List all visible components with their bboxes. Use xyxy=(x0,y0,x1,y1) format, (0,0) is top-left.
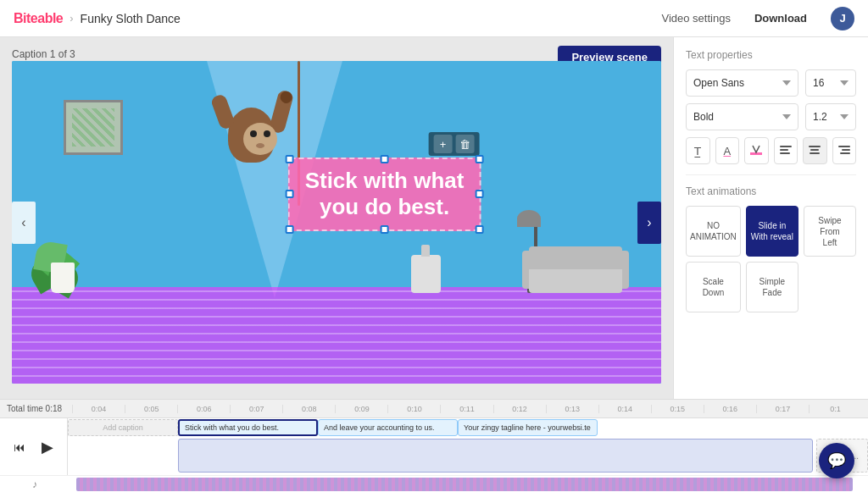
text-overlay[interactable]: + 🗑 Stick with what you do best. xyxy=(288,158,481,230)
font-select[interactable]: Open Sans Arial Roboto xyxy=(686,69,798,97)
skip-back-icon: ⏮ xyxy=(14,440,25,454)
play-button[interactable]: ▶ xyxy=(37,436,59,458)
download-button[interactable]: Download xyxy=(748,8,814,28)
handle-right-mid[interactable] xyxy=(475,190,483,198)
handle-bottom-right[interactable] xyxy=(475,225,483,234)
timeline-controls: ⏮ ▶ xyxy=(0,418,68,475)
lamp-head xyxy=(517,210,541,227)
font-weight-select[interactable]: Bold Regular Italic xyxy=(686,103,798,130)
font-size-row: Open Sans Arial Roboto 16 12 14 18 xyxy=(686,69,856,97)
add-caption-button[interactable]: Add caption xyxy=(68,419,178,436)
align-center-button[interactable] xyxy=(803,137,827,164)
arrow-right-icon: › xyxy=(647,215,651,230)
align-right-icon xyxy=(838,144,850,158)
ruler-mark: 0:06 xyxy=(177,405,230,413)
chat-icon: 💬 xyxy=(827,451,846,470)
caption-text-3: Your zingy tagline here - yourwebsi.te xyxy=(464,423,591,432)
text-animations-label: Text animations xyxy=(686,185,856,197)
animations-grid: NOANIMATION Slide inWith reveal SwipeFro… xyxy=(686,206,856,312)
animation-scale-down[interactable]: ScaleDown xyxy=(686,262,741,312)
ruler-mark: 0:05 xyxy=(125,405,177,413)
ruler-mark: 0:07 xyxy=(230,405,282,413)
line-height-select[interactable]: 1.2 1.0 1.4 1.6 xyxy=(805,103,856,130)
video-track-row: Add sc... xyxy=(68,437,868,474)
svg-rect-6 xyxy=(810,152,820,154)
canvas-wrapper: + 🗑 Stick with what you do best. xyxy=(12,61,661,384)
play-icon: ▶ xyxy=(42,438,53,456)
overlay-text-content: Stick with what you do best. xyxy=(305,168,465,220)
animation-slide-reveal-label: Slide inWith reveal xyxy=(751,220,793,242)
text-properties-label: Text properties xyxy=(686,49,856,61)
music-icon: ♪ xyxy=(32,478,37,490)
scene-background: + 🗑 Stick with what you do best. xyxy=(12,61,661,384)
picture-frame xyxy=(64,100,123,155)
align-left-button[interactable] xyxy=(774,137,798,164)
couch-seat xyxy=(529,269,622,293)
handle-bottom-mid[interactable] xyxy=(381,225,389,234)
main-layout: Caption 1 of 3 Preview scene xyxy=(0,37,868,399)
ruler-mark: 0:17 xyxy=(756,405,809,413)
video-settings-link[interactable]: Video settings xyxy=(661,12,730,25)
ruler-mark: 0:1 xyxy=(809,405,861,413)
canvas-area: Caption 1 of 3 Preview scene xyxy=(0,37,673,399)
text-color-button[interactable]: A xyxy=(715,137,740,164)
ruler-mark: 0:11 xyxy=(440,405,492,413)
caption-text-1: Stick with what you do best. xyxy=(185,423,279,432)
couch-back xyxy=(529,246,622,272)
sloth xyxy=(220,86,287,171)
handle-top-left[interactable] xyxy=(286,155,294,163)
prev-scene-button[interactable]: ‹ xyxy=(12,202,36,244)
ruler-mark: 0:09 xyxy=(335,405,387,413)
handle-top-right[interactable] xyxy=(475,155,483,163)
skip-back-button[interactable]: ⏮ xyxy=(8,436,31,458)
project-title: Funky Sloth Dance xyxy=(81,12,181,25)
animation-swipe-left[interactable]: SwipeFromLeft xyxy=(804,206,856,257)
right-panel: Text properties Open Sans Arial Roboto 1… xyxy=(673,37,868,399)
caption-block-3[interactable]: Your zingy tagline here - yourwebsi.te xyxy=(458,419,598,436)
animation-simple-fade[interactable]: SimpleFade xyxy=(746,262,798,312)
breadcrumb-chevron: › xyxy=(70,12,73,25)
caption-row: Add caption Stick with what you do best.… xyxy=(68,418,868,437)
text-toolbar: + 🗑 xyxy=(428,132,479,156)
align-center-icon xyxy=(809,144,821,158)
humidifier xyxy=(411,255,441,293)
handle-bottom-left[interactable] xyxy=(286,225,294,234)
animation-scale-down-label: ScaleDown xyxy=(703,276,725,298)
animation-none-label: NOANIMATION xyxy=(690,220,737,242)
ruler-mark: 0:15 xyxy=(651,405,704,413)
add-text-button[interactable]: + xyxy=(433,135,452,153)
handle-top-mid[interactable] xyxy=(381,155,389,163)
animation-slide-in-reveal[interactable]: Slide inWith reveal xyxy=(746,206,798,257)
chat-bubble[interactable]: 💬 xyxy=(819,443,854,478)
animation-simple-fade-label: SimpleFade xyxy=(760,276,786,298)
floor-waves xyxy=(12,287,661,384)
animation-none[interactable]: NOANIMATION xyxy=(686,206,741,257)
logo: Biteable xyxy=(14,11,63,26)
topbar-left: Biteable › Funky Sloth Dance xyxy=(14,11,181,26)
video-block-main[interactable] xyxy=(178,439,813,473)
timeline-body: ⏮ ▶ Add caption Stick with what you do b… xyxy=(0,418,868,475)
humidifier-top xyxy=(421,245,430,257)
ruler-mark: 0:04 xyxy=(72,405,125,413)
delete-text-button[interactable]: 🗑 xyxy=(455,135,474,153)
svg-rect-5 xyxy=(810,149,819,151)
align-right-button[interactable] xyxy=(832,137,857,164)
ruler-mark: 0:10 xyxy=(387,405,440,413)
text-format-button[interactable]: T̲ xyxy=(686,137,710,164)
highlight-button[interactable] xyxy=(744,137,769,164)
svg-rect-2 xyxy=(780,149,788,151)
font-size-select[interactable]: 16 12 14 18 xyxy=(805,69,856,97)
next-scene-button[interactable]: › xyxy=(637,202,661,244)
svg-rect-8 xyxy=(842,149,850,151)
handle-left-mid[interactable] xyxy=(286,190,294,198)
add-caption-label: Add caption xyxy=(103,423,143,432)
caption-block-1[interactable]: Stick with what you do best. xyxy=(178,419,318,436)
timeline-ruler: Total time 0:18 0:04 0:05 0:06 0:07 0:08… xyxy=(0,400,868,418)
svg-rect-1 xyxy=(780,146,792,147)
sloth-eye-left xyxy=(250,130,257,137)
topbar-right: Video settings Download J xyxy=(661,7,854,30)
user-avatar[interactable]: J xyxy=(831,7,854,30)
animation-swipe-left-label: SwipeFromLeft xyxy=(818,215,841,248)
picture-inner xyxy=(72,108,114,146)
caption-block-2[interactable]: And leave your accounting to us. xyxy=(318,419,458,436)
